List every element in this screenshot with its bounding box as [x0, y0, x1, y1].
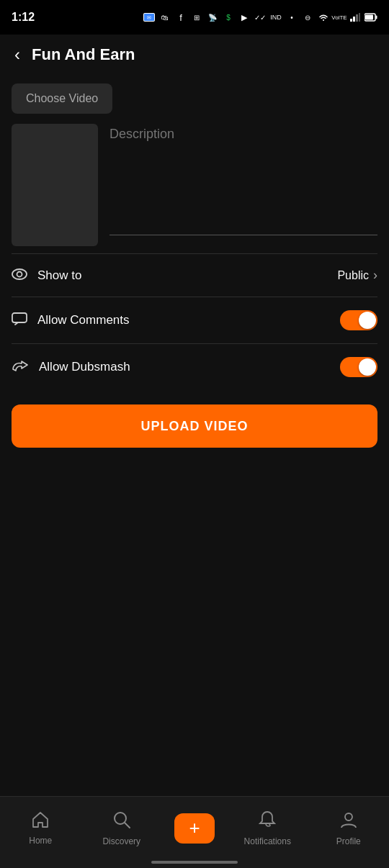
plus-icon: +	[189, 817, 200, 839]
back-button[interactable]: ‹	[12, 42, 23, 68]
show-to-row[interactable]: Show to Public ›	[12, 254, 377, 297]
dubsmash-icon	[12, 359, 29, 376]
home-label: Home	[29, 836, 52, 846]
status-time: 1:12	[12, 11, 35, 24]
battery-icon	[365, 12, 377, 22]
allow-dubsmash-row: Allow Dubsmash	[12, 344, 377, 390]
grid-icon: ⊞	[190, 12, 203, 22]
allow-comments-toggle[interactable]	[340, 310, 377, 330]
svg-point-15	[345, 813, 352, 820]
show-to-value: Public	[337, 269, 369, 282]
choose-video-button[interactable]: Choose Video	[12, 83, 112, 114]
svg-rect-4	[353, 17, 355, 22]
facebook-icon: f	[174, 12, 187, 22]
allow-comments-label: Allow Comments	[37, 313, 130, 327]
profile-label: Profile	[336, 836, 361, 846]
upload-section: UPLOAD VIDEO	[12, 390, 377, 448]
dollar-icon: $	[222, 12, 235, 22]
nav-home[interactable]: Home	[0, 811, 81, 846]
nav-profile[interactable]: Profile	[308, 810, 390, 846]
svg-point-10	[12, 269, 27, 279]
add-button[interactable]: +	[174, 813, 215, 844]
desc-underline	[109, 235, 377, 235]
message-icon: ✉	[143, 12, 156, 22]
allow-dubsmash-toggle[interactable]	[340, 357, 377, 377]
allow-comments-row: Allow Comments	[12, 297, 377, 344]
discovery-label: Discovery	[102, 836, 140, 846]
allow-dubsmash-label: Allow Dubsmash	[39, 360, 130, 374]
check-icon: ✓✓	[254, 12, 267, 22]
svg-line-14	[125, 823, 130, 828]
nav-notifications[interactable]: Notifications	[227, 810, 308, 846]
toggle-knob-dubsmash	[359, 358, 376, 376]
main-content: Choose Video Show to Public ›	[0, 75, 389, 448]
svg-rect-6	[359, 13, 360, 22]
status-bar: 1:12 ✉ 🛍 f ⊞ 📡 $ ▶ ✓✓ IND • ⊖ VolTE	[0, 0, 389, 35]
svg-point-11	[17, 272, 22, 277]
upload-video-button[interactable]: UPLOAD VIDEO	[12, 404, 377, 448]
svg-rect-8	[365, 15, 373, 20]
cart-icon: 🛍	[158, 12, 171, 22]
youtube-icon: ▶	[238, 12, 251, 22]
svg-rect-12	[12, 313, 27, 322]
description-input[interactable]	[109, 127, 377, 235]
vowifi-icon: VolTE	[333, 12, 346, 22]
comment-icon	[12, 312, 27, 329]
svg-rect-5	[356, 14, 358, 22]
nav-discovery[interactable]: Discovery	[81, 810, 163, 846]
dot-icon: •	[285, 12, 298, 22]
home-icon	[31, 811, 50, 833]
status-icons: ✉ 🛍 f ⊞ 📡 $ ▶ ✓✓ IND • ⊖ VolTE	[143, 12, 377, 22]
minus-circle-icon: ⊖	[301, 12, 314, 22]
video-thumbnail	[12, 124, 98, 246]
bell-icon	[259, 810, 276, 833]
show-to-left: Show to	[12, 267, 81, 284]
chevron-right-icon: ›	[373, 268, 377, 283]
ind-icon: IND	[269, 12, 282, 22]
eye-icon	[12, 267, 27, 284]
header: ‹ Fun And Earn	[0, 35, 389, 75]
show-to-label: Show to	[37, 268, 81, 283]
svg-rect-3	[350, 19, 352, 22]
svg-text:✉: ✉	[147, 15, 151, 20]
page-title: Fun And Earn	[32, 45, 135, 64]
video-desc-row	[12, 124, 377, 246]
signal-icon	[349, 12, 362, 22]
nav-add[interactable]: +	[162, 813, 227, 844]
wifi-icon	[317, 12, 330, 22]
bottom-nav: Home Discovery + Notifications	[0, 796, 389, 868]
description-area	[109, 124, 377, 235]
allow-comments-left: Allow Comments	[12, 312, 130, 329]
allow-dubsmash-left: Allow Dubsmash	[12, 359, 130, 376]
settings-section: Show to Public › Allow Comments	[12, 254, 377, 390]
svg-rect-9	[376, 16, 377, 19]
toggle-knob-comments	[359, 312, 376, 329]
antenna-icon: 📡	[206, 12, 219, 22]
home-indicator	[151, 861, 238, 864]
search-icon	[112, 810, 131, 833]
show-to-right: Public ›	[337, 268, 377, 283]
notifications-label: Notifications	[244, 836, 291, 846]
profile-icon	[340, 810, 357, 833]
